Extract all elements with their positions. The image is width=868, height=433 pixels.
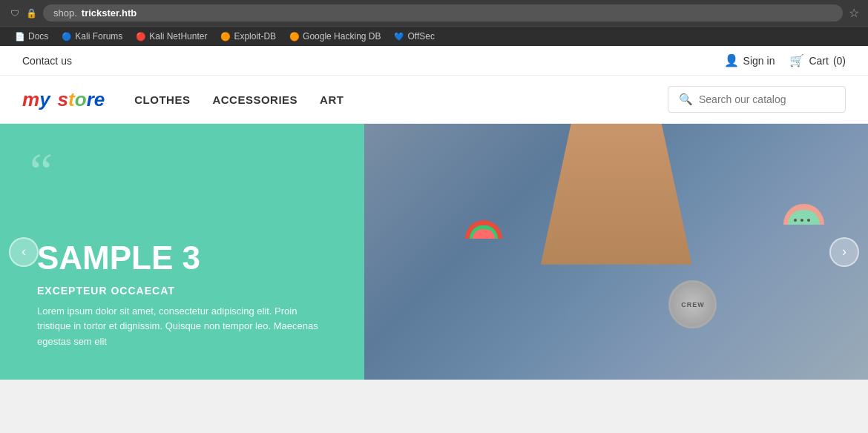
chevron-left-icon: ‹ <box>22 244 26 260</box>
slider-next-button[interactable]: › <box>829 237 859 267</box>
bookmark-docs-label: Docs <box>28 31 48 42</box>
topbar-right: 👤 Sign in 🛒 Cart (0) <box>724 53 846 67</box>
skin-area <box>541 124 692 265</box>
bookmark-kali-forums-label: Kali Forums <box>75 31 122 42</box>
slide-title: SAMPLE 3 <box>37 242 327 274</box>
search-icon: 🔍 <box>679 93 693 106</box>
hero-slider: “ SAMPLE 3 EXCEPTEUR OCCAECAT Lorem ipsu… <box>0 124 868 380</box>
bookmark-google-hacking-db-label: Google Hacking DB <box>303 31 381 42</box>
nav-clothes[interactable]: CLOTHES <box>134 93 190 106</box>
bookmark-offsec[interactable]: 💙 OffSec <box>388 30 440 43</box>
bookmark-star-icon[interactable]: ☆ <box>849 6 859 20</box>
slide-subtitle: EXCEPTEUR OCCAECAT <box>37 285 327 297</box>
bookmark-exploit-db[interactable]: 🟠 Exploit-DB <box>214 30 282 43</box>
lock-icon: 🔒 <box>25 7 37 19</box>
bookmark-exploit-db-label: Exploit-DB <box>234 31 276 42</box>
url-prefix: shop. <box>53 7 77 19</box>
search-box[interactable]: 🔍 <box>668 86 846 113</box>
bookmark-kali-nethunter[interactable]: 🔴 Kali NetHunter <box>130 30 213 43</box>
cart-link[interactable]: 🛒 Cart (0) <box>789 53 846 67</box>
slide-right-panel: CREW <box>364 124 868 380</box>
logo[interactable]: my store <box>22 88 105 111</box>
slide-left-panel: “ SAMPLE 3 EXCEPTEUR OCCAECAT Lorem ipsu… <box>0 124 364 380</box>
exploit-db-icon: 🟠 <box>220 32 231 42</box>
slide-body: Lorem ipsum dolor sit amet, consectetur … <box>37 304 327 350</box>
sign-in-link[interactable]: 👤 Sign in <box>724 53 775 67</box>
main-nav: CLOTHES ACCESSORIES ART <box>134 93 638 106</box>
bookmark-kali-nethunter-label: Kali NetHunter <box>149 31 207 42</box>
bookmark-offsec-label: OffSec <box>407 31 434 42</box>
sign-in-label: Sign in <box>743 55 775 67</box>
bookmark-docs[interactable]: 📄 Docs <box>9 30 54 43</box>
cart-icon: 🛒 <box>789 53 804 67</box>
logo-store: store <box>58 88 105 111</box>
browser-security-icons: 🛡 🔒 <box>9 7 37 19</box>
watermelon-pin <box>465 205 506 239</box>
slider-prev-button[interactable]: ‹ <box>9 237 39 267</box>
cart-count: (0) <box>833 55 846 67</box>
browser-chrome: 🛡 🔒 shop.trickster.htb ☆ 📄 Docs 🔵 Kali F… <box>0 0 868 46</box>
offsec-icon: 💙 <box>394 32 404 42</box>
logo-my: my <box>22 88 50 111</box>
shield-icon: 🛡 <box>9 7 21 19</box>
site-header: my store CLOTHES ACCESSORIES ART 🔍 <box>0 76 868 124</box>
cart-label: Cart <box>809 55 828 67</box>
google-hacking-db-icon: 🟠 <box>289 32 300 42</box>
bookmarks-bar: 📄 Docs 🔵 Kali Forums 🔴 Kali NetHunter 🟠 … <box>0 26 868 46</box>
bookmark-kali-forums[interactable]: 🔵 Kali Forums <box>56 30 128 43</box>
kali-nethunter-icon: 🔴 <box>136 32 146 42</box>
nav-accessories[interactable]: ACCESSORIES <box>212 93 297 106</box>
address-bar: 🛡 🔒 shop.trickster.htb ☆ <box>0 0 868 26</box>
url-domain: trickster.htb <box>82 7 137 19</box>
quote-mark: “ <box>30 146 53 198</box>
url-bar[interactable]: shop.trickster.htb <box>43 4 843 22</box>
melon-pin <box>783 188 828 225</box>
docs-icon: 📄 <box>15 32 25 42</box>
denim-background: CREW <box>364 124 868 380</box>
crew-button-badge: CREW <box>668 280 717 328</box>
nav-art[interactable]: ART <box>320 93 343 106</box>
search-input[interactable] <box>699 93 835 105</box>
chevron-right-icon: › <box>842 244 846 260</box>
kali-forums-icon: 🔵 <box>62 32 72 42</box>
slide: “ SAMPLE 3 EXCEPTEUR OCCAECAT Lorem ipsu… <box>0 124 868 380</box>
contact-us-link[interactable]: Contact us <box>22 55 72 67</box>
bookmark-google-hacking-db[interactable]: 🟠 Google Hacking DB <box>283 30 387 43</box>
site-topbar: Contact us 👤 Sign in 🛒 Cart (0) <box>0 46 868 76</box>
person-icon: 👤 <box>724 53 739 67</box>
